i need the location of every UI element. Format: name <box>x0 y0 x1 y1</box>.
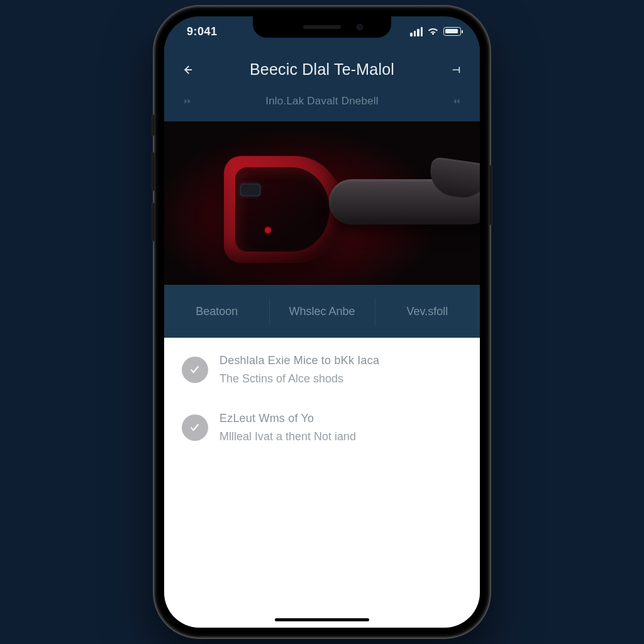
tab-label: Beatoon <box>196 305 238 318</box>
battery-icon <box>443 27 461 36</box>
product-body <box>224 156 343 263</box>
mute-switch <box>152 114 155 136</box>
subheader-text: Inlo.Lak Davalt Dnebell <box>192 95 452 108</box>
volume-down-button <box>152 203 155 242</box>
tab-label: Vev.sfoll <box>406 305 448 318</box>
status-time: 9:041 <box>187 25 218 38</box>
subheader: Inlo.Lak Davalt Dnebell <box>164 90 480 121</box>
header-action-icon[interactable] <box>448 64 466 76</box>
hero-image <box>164 121 480 285</box>
tab-2[interactable]: Whslec Anbe <box>269 286 374 338</box>
check-icon <box>182 414 208 441</box>
screen: 9:041 Beecic Dlal Te-Malol <box>164 16 480 628</box>
subheader-next-icon[interactable] <box>452 97 462 106</box>
signal-icon <box>410 27 423 36</box>
status-right-cluster <box>410 27 461 36</box>
power-button <box>489 165 492 225</box>
product-arm <box>329 179 480 225</box>
list-item-subtitle: Mllleal Ivat a thent Not iand <box>219 430 356 443</box>
list-item[interactable]: EzLeut Wms of Yo Mllleal Ivat a thent No… <box>182 412 462 443</box>
list-item-subtitle: The Sctins of Alce shods <box>219 372 379 386</box>
phone-mockup: 9:041 Beecic Dlal Te-Malol <box>155 8 489 636</box>
page-title: Beecic Dlal Te-Malol <box>250 60 394 79</box>
tab-label: Whslec Anbe <box>289 305 355 318</box>
tab-3[interactable]: Vev.sfoll <box>375 286 480 338</box>
content-list: Deshlala Exie Mice to bKk Iaca The Sctin… <box>164 338 480 628</box>
app-header: Beecic Dlal Te-Malol <box>164 47 480 90</box>
subheader-prev-icon[interactable] <box>182 97 192 106</box>
front-camera <box>357 24 363 30</box>
home-indicator[interactable] <box>275 618 369 621</box>
product-led <box>265 227 271 233</box>
list-item[interactable]: Deshlala Exie Mice to bKk Iaca The Sctin… <box>182 354 462 386</box>
tab-1[interactable]: Beatoon <box>164 286 269 338</box>
tabs: Beatoon Whslec Anbe Vev.sfoll <box>164 285 480 338</box>
list-item-title: EzLeut Wms of Yo <box>219 412 356 425</box>
notch <box>253 16 391 38</box>
check-icon <box>182 357 208 383</box>
list-item-title: Deshlala Exie Mice to bKk Iaca <box>219 354 379 367</box>
back-button[interactable] <box>178 63 196 77</box>
wifi-icon <box>427 27 439 36</box>
speaker-grille <box>303 25 341 29</box>
volume-up-button <box>152 152 155 191</box>
